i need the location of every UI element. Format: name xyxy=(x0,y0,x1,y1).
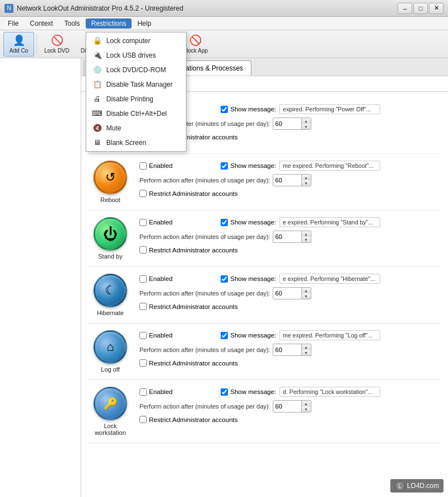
menu-help[interactable]: Help xyxy=(132,17,157,30)
menu-context[interactable]: Context xyxy=(24,17,58,30)
reboot-restrict-checkbox[interactable] xyxy=(139,190,147,197)
stand-by-enabled-label[interactable]: Enabled xyxy=(139,219,172,226)
hibernate-show-message-checkbox[interactable] xyxy=(221,275,228,283)
title-bar: N Network LookOut Administrator Pro 4.5.… xyxy=(0,0,448,17)
log-off-spinner-down[interactable]: ▼ xyxy=(302,350,311,355)
power-off-minutes-input[interactable] xyxy=(273,118,301,129)
log-off-show-message-label[interactable]: Show message: xyxy=(221,332,276,339)
log-off-icon-wrap: ⌂ Log off xyxy=(88,330,133,373)
lock-workstation-minutes-input[interactable] xyxy=(273,401,301,412)
reboot-enabled-row: Enabled Show message: me expired. Perfor… xyxy=(139,161,441,171)
reboot-spinner-down[interactable]: ▼ xyxy=(302,180,311,186)
hibernate-label: Hibernate xyxy=(97,310,124,316)
stand-by-minutes-row: Perform action after (minutes of usage p… xyxy=(139,231,441,243)
stand-by-restrict-checkbox[interactable] xyxy=(139,246,147,254)
stand-by-minutes-input[interactable] xyxy=(273,231,301,242)
reboot-label: Reboot xyxy=(100,196,120,203)
reboot-show-message-label[interactable]: Show message: xyxy=(221,162,276,170)
window-controls: – □ ✕ xyxy=(398,3,444,14)
lock-workstation-show-message-checkbox[interactable] xyxy=(221,388,228,396)
lock-workstation-spinner[interactable]: ▲ ▼ xyxy=(273,400,311,412)
hibernate-show-message-label[interactable]: Show message: xyxy=(221,275,276,283)
maximize-button[interactable]: □ xyxy=(413,3,428,14)
close-button[interactable]: ✕ xyxy=(429,3,444,14)
window-title: Network LookOut Administrator Pro 4.5.2 … xyxy=(17,4,398,12)
log-off-show-message-checkbox[interactable] xyxy=(221,332,228,339)
mute-icon: 🔇 xyxy=(93,124,102,133)
hibernate-restrict-checkbox[interactable] xyxy=(139,303,147,310)
log-off-spinner-up[interactable]: ▲ xyxy=(302,344,311,350)
lock-workstation-restrict-label[interactable]: Restrict Administrator accounts xyxy=(139,416,238,423)
reboot-spinner[interactable]: ▲ ▼ xyxy=(273,174,311,186)
dropdown-disable-printing[interactable]: 🖨 Disable Printing xyxy=(86,92,186,106)
stand-by-label: Stand by xyxy=(98,253,122,260)
power-off-show-message-label[interactable]: Show message: xyxy=(221,106,276,113)
disable-cad-icon: ⌨ xyxy=(93,109,102,118)
log-off-restrict-label[interactable]: Restrict Administrator accounts xyxy=(139,359,238,367)
dropdown-lock-dvd[interactable]: 💿 Lock DVD/CD-ROM xyxy=(86,63,186,77)
stand-by-show-message-label[interactable]: Show message: xyxy=(221,219,276,226)
hibernate-enabled-checkbox[interactable] xyxy=(139,275,147,283)
reboot-settings: Enabled Show message: me expired. Perfor… xyxy=(139,161,441,197)
hibernate-spinner-down[interactable]: ▼ xyxy=(302,293,311,299)
stand-by-enabled-checkbox[interactable] xyxy=(139,219,147,226)
lock-workstation-restrict-checkbox[interactable] xyxy=(139,416,147,423)
hibernate-restrict-label[interactable]: Restrict Administrator accounts xyxy=(139,303,238,310)
reboot-restrict-label[interactable]: Restrict Administrator accounts xyxy=(139,190,238,197)
log-off-enabled-checkbox[interactable] xyxy=(139,332,147,339)
stand-by-spinner-down[interactable]: ▼ xyxy=(302,237,311,242)
power-off-spinner-down[interactable]: ▼ xyxy=(302,124,311,129)
power-off-show-message-checkbox[interactable] xyxy=(221,106,228,113)
lock-workstation-enabled-row: Enabled Show message: d. Performing "Loc… xyxy=(139,387,441,397)
power-off-spinner[interactable]: ▲ ▼ xyxy=(273,118,311,130)
reboot-enabled-checkbox[interactable] xyxy=(139,162,147,170)
main-area: ⚙ Restrictions 📋 Applications & Processe… xyxy=(0,58,448,497)
toolbar: 👤 Add Co 🚫 Lock DVD 🚫 Disable P 🔇 Mute 🖥… xyxy=(0,30,448,58)
dropdown-blank-screen[interactable]: 🖥 Blank Screen xyxy=(86,135,186,150)
log-off-restrict-checkbox[interactable] xyxy=(139,359,147,367)
toolbar-separator-1 xyxy=(36,34,37,54)
log-off-minutes-input[interactable] xyxy=(273,344,301,355)
log-off-enabled-label[interactable]: Enabled xyxy=(139,332,172,339)
reboot-show-message-checkbox[interactable] xyxy=(221,162,228,170)
dropdown-disable-task[interactable]: 📋 Disable Task Manager xyxy=(86,77,186,92)
power-off-spinner-up[interactable]: ▲ xyxy=(302,118,311,124)
hibernate-spinner[interactable]: ▲ ▼ xyxy=(273,287,311,299)
watermark-text: LO4D.com xyxy=(407,482,439,490)
lock-workstation-spinner-up[interactable]: ▲ xyxy=(302,401,311,406)
toolbar-lock-dvd[interactable]: 🚫 Lock DVD xyxy=(39,32,74,57)
stand-by-restrict-label[interactable]: Restrict Administrator accounts xyxy=(139,246,238,254)
reboot-spinner-up[interactable]: ▲ xyxy=(302,175,311,180)
stand-by-spinner[interactable]: ▲ ▼ xyxy=(273,231,311,243)
minimize-button[interactable]: – xyxy=(398,3,412,14)
stand-by-spinner-up[interactable]: ▲ xyxy=(302,231,311,237)
log-off-spinner[interactable]: ▲ ▼ xyxy=(273,344,311,356)
log-off-icon: ⌂ xyxy=(94,330,127,364)
log-off-spinner-buttons: ▲ ▼ xyxy=(301,344,311,355)
lock-workstation-enabled-label[interactable]: Enabled xyxy=(139,388,172,396)
log-off-restrict-row: Restrict Administrator accounts xyxy=(139,359,441,367)
scroll-content[interactable]: ⏻ Power Off Enabled Show message: expir xyxy=(81,92,448,497)
lock-workstation-spinner-down[interactable]: ▼ xyxy=(302,406,311,412)
dropdown-mute[interactable]: 🔇 Mute xyxy=(86,121,186,135)
hibernate-minutes-input[interactable] xyxy=(273,288,301,299)
hibernate-spinner-up[interactable]: ▲ xyxy=(302,288,311,293)
reboot-enabled-label[interactable]: Enabled xyxy=(139,162,172,170)
lock-workstation-enabled-checkbox[interactable] xyxy=(139,388,147,396)
lock-workstation-show-message-label[interactable]: Show message: xyxy=(221,388,276,396)
hibernate-enabled-label[interactable]: Enabled xyxy=(139,275,172,283)
toolbar-block-app-icon: 🚫 xyxy=(189,34,202,46)
stand-by-show-message-checkbox[interactable] xyxy=(221,219,228,226)
hibernate-icon-wrap: ☾ Hibernate xyxy=(88,274,133,316)
reboot-minutes-input[interactable] xyxy=(273,175,301,186)
menu-tools[interactable]: Tools xyxy=(59,17,86,30)
log-off-label: Log off xyxy=(101,366,119,373)
action-row-stand-by: ⏻ Stand by Enabled Show message: e expi xyxy=(88,210,441,267)
add-co-icon: 👤 xyxy=(13,34,25,46)
menu-restrictions[interactable]: Restrictions xyxy=(86,18,132,29)
dropdown-lock-usb[interactable]: 🔌 Lock USB drives xyxy=(86,48,186,63)
dropdown-disable-cad[interactable]: ⌨ Disable Ctrl+Alt+Del xyxy=(86,106,186,121)
toolbar-add-co[interactable]: 👤 Add Co xyxy=(3,32,34,57)
dropdown-lock-computer[interactable]: 🔒 Lock computer xyxy=(86,34,186,48)
menu-file[interactable]: File xyxy=(2,17,24,30)
